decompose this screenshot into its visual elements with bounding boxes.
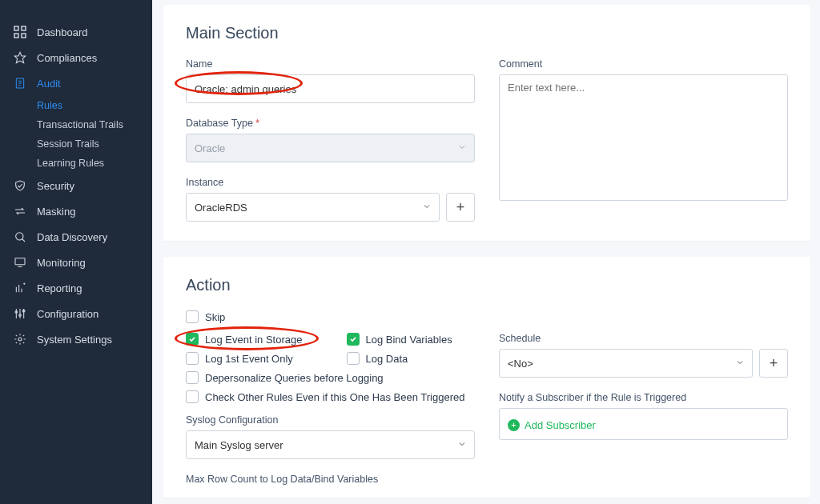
depersonalize-checkbox[interactable]: Depersonalize Queries before Logging [186, 371, 475, 384]
nav-label: Data Discovery [37, 231, 107, 243]
search-bubble-icon [13, 230, 27, 244]
svg-rect-0 [14, 26, 18, 30]
skip-label: Skip [205, 311, 225, 323]
nav-masking[interactable]: Masking [0, 198, 152, 224]
nav-label: System Settings [37, 334, 112, 346]
action-title: Action [186, 276, 788, 294]
add-subscriber-button[interactable]: + Add Subscriber [508, 419, 596, 431]
log-first-label: Log 1st Event Only [205, 353, 293, 365]
add-instance-button[interactable]: + [446, 193, 475, 222]
nav-label: Dashboard [37, 26, 88, 38]
nav-system-settings[interactable]: System Settings [0, 326, 152, 352]
log-data-label: Log Data [366, 353, 408, 365]
plus-circle-icon: + [508, 419, 520, 431]
checkbox-box [186, 333, 199, 346]
add-schedule-button[interactable]: + [759, 349, 788, 378]
sub-learning-rules[interactable]: Learning Rules [37, 154, 152, 173]
sub-transactional-trails[interactable]: Transactional Trails [37, 115, 152, 134]
checkbox-box [186, 310, 199, 323]
skip-checkbox[interactable]: Skip [186, 310, 788, 323]
log-data-checkbox[interactable]: Log Data [347, 352, 476, 365]
nav-compliances[interactable]: Compliances [0, 45, 152, 70]
swap-icon [13, 204, 27, 218]
checkbox-box [186, 371, 199, 384]
instance-label: Instance [186, 177, 475, 188]
gear-icon [13, 332, 27, 346]
svg-rect-1 [22, 26, 26, 30]
main-section-panel: Main Section Name Database Type * Instan… [163, 5, 810, 241]
log-bind-label: Log Bind Variables [366, 334, 452, 346]
log-first-checkbox[interactable]: Log 1st Event Only [186, 352, 315, 365]
svg-rect-3 [22, 34, 26, 38]
star-icon [13, 50, 27, 65]
syslog-select[interactable] [186, 430, 475, 459]
plus-icon: + [770, 355, 778, 372]
sub-session-trails[interactable]: Session Trails [37, 134, 152, 154]
plus-icon: + [456, 199, 465, 216]
audit-sub-items: Rules Transactional Trails Session Trail… [37, 96, 152, 173]
log-event-label: Log Event in Storage [205, 334, 302, 346]
dbtype-select[interactable] [186, 134, 475, 162]
dbtype-label: Database Type * [186, 118, 475, 129]
log-event-checkbox[interactable]: Log Event in Storage [186, 333, 315, 346]
nav-configuration[interactable]: Configuration [0, 301, 152, 326]
schedule-label: Schedule [499, 333, 788, 344]
nav-security[interactable]: Security [0, 173, 152, 198]
comment-textarea[interactable] [499, 74, 788, 201]
depersonalize-label: Depersonalize Queries before Logging [205, 372, 384, 384]
nav-label: Reporting [37, 282, 82, 294]
grid-icon [13, 25, 27, 39]
nav-label: Security [37, 180, 74, 192]
nav-label: Configuration [37, 308, 98, 320]
svg-line-10 [22, 239, 25, 242]
comment-label: Comment [499, 58, 788, 70]
check-other-checkbox[interactable]: Check Other Rules Even if this One Has B… [186, 390, 475, 403]
schedule-value [499, 349, 753, 378]
svg-point-22 [18, 338, 22, 341]
main-section-title: Main Section [186, 24, 788, 42]
action-panel: Action Skip Log Event in Storage Log 1s [163, 257, 810, 498]
nav-monitoring[interactable]: Monitoring [0, 250, 152, 275]
log-bind-checkbox[interactable]: Log Bind Variables [347, 333, 476, 346]
instance-select[interactable] [186, 193, 440, 222]
schedule-select[interactable] [499, 349, 753, 378]
svg-rect-2 [14, 34, 18, 38]
nav-label: Audit [37, 78, 61, 90]
sliders-icon [13, 306, 27, 321]
document-icon [13, 76, 27, 90]
maxrow-label: Max Row Count to Log Data/Bind Variables [186, 474, 475, 485]
checkbox-box [347, 333, 360, 346]
bar-chart-icon [13, 281, 27, 295]
dbtype-value [186, 134, 475, 162]
add-subscriber-label: Add Subscriber [525, 419, 596, 431]
nav-dashboard[interactable]: Dashboard [0, 19, 152, 45]
nav-data-discovery[interactable]: Data Discovery [0, 224, 152, 250]
subscriber-box: + Add Subscriber [499, 408, 788, 440]
main-content: Main Section Name Database Type * Instan… [152, 0, 820, 504]
svg-marker-4 [14, 52, 25, 62]
checkbox-box [186, 352, 199, 365]
syslog-label: Syslog Configuration [186, 414, 475, 426]
shield-icon [13, 178, 27, 193]
check-other-label: Check Other Rules Even if this One Has B… [205, 391, 464, 403]
syslog-value [186, 430, 475, 459]
notify-label: Notify a Subscriber if the Rule is Trigg… [499, 392, 788, 403]
nav-label: Masking [37, 206, 75, 218]
nav-label: Monitoring [37, 257, 86, 269]
name-input[interactable] [186, 74, 475, 103]
nav-audit[interactable]: Audit [0, 70, 152, 96]
sidebar: Dashboard Compliances Audit Rules Transa… [0, 0, 152, 504]
nav-label: Compliances [37, 52, 97, 64]
svg-point-9 [16, 233, 23, 240]
checkbox-box [186, 390, 199, 403]
sub-rules[interactable]: Rules [37, 96, 152, 115]
monitor-icon [13, 255, 27, 270]
nav-reporting[interactable]: Reporting [0, 275, 152, 301]
svg-rect-11 [15, 258, 25, 265]
instance-value [186, 193, 440, 222]
name-label: Name [186, 58, 475, 70]
checkbox-box [347, 352, 360, 365]
